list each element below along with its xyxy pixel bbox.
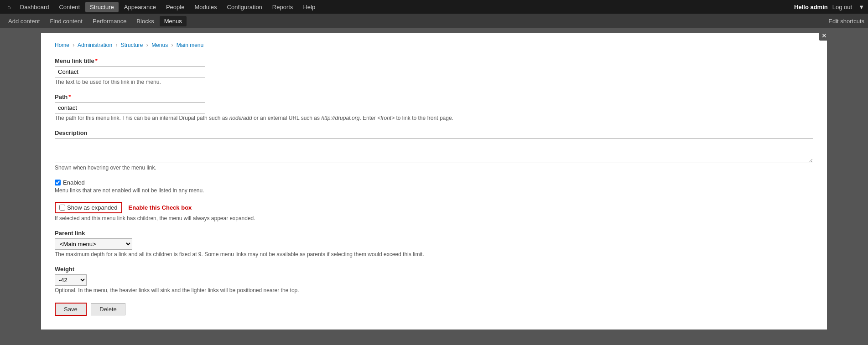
close-button[interactable]: ✕ [819, 31, 829, 41]
parent-link-select[interactable]: <Main menu> [55, 238, 132, 250]
nav-reports[interactable]: Reports [268, 2, 298, 12]
nav-configuration[interactable]: Configuration [223, 2, 267, 12]
weight-hint: Optional. In the menu, the heavier links… [55, 287, 813, 294]
show-expanded-label: Show as expanded [67, 204, 118, 211]
path-label: Path* [55, 93, 813, 100]
weight-group: Weight -42 -41 -40 0 42 Optional. In the… [55, 266, 813, 294]
parent-link-hint: The maximum depth for a link and all its… [55, 251, 813, 257]
weight-select[interactable]: -42 -41 -40 0 42 [55, 274, 87, 286]
enabled-label: Enabled [63, 179, 85, 186]
description-hint: Shown when hovering over the menu link. [55, 165, 813, 171]
description-group: Description Shown when hovering over the… [55, 129, 813, 171]
sec-menus[interactable]: Menus [160, 16, 187, 26]
parent-link-group: Parent link <Main menu> The maximum dept… [55, 230, 813, 257]
main-wrapper: ✕ Home › Administration › Structure › Me… [0, 28, 868, 345]
nav-dashboard[interactable]: Dashboard [16, 2, 54, 12]
enabled-group: Enabled Menu links that are not enabled … [55, 179, 813, 194]
enable-checkbox-label: Enable this Check box [129, 204, 192, 211]
show-expanded-checkbox[interactable] [59, 205, 65, 211]
menu-link-title-group: Menu link title* The text to be used for… [55, 57, 813, 85]
breadcrumb-structure[interactable]: Structure [121, 42, 143, 48]
path-input[interactable] [55, 102, 205, 113]
description-label: Description [55, 129, 813, 136]
path-group: Path* The path for this menu link. This … [55, 93, 813, 121]
description-textarea[interactable] [55, 138, 813, 163]
logout-link[interactable]: Log out [832, 4, 852, 10]
delete-button[interactable]: Delete [91, 303, 125, 315]
home-icon[interactable]: ⌂ [4, 2, 15, 12]
weight-row: -42 -41 -40 0 42 [55, 274, 813, 286]
second-navbar: Add content Find content Performance Blo… [0, 14, 868, 28]
nav-modules[interactable]: Modules [190, 2, 221, 12]
show-expanded-wrapper: Show as expanded Enable this Check box [55, 202, 813, 213]
menu-link-title-input[interactable] [55, 66, 205, 77]
nav-people[interactable]: People [161, 2, 189, 12]
breadcrumb-home[interactable]: Home [55, 42, 69, 48]
enabled-row: Enabled [55, 179, 813, 186]
parent-link-label: Parent link [55, 230, 813, 237]
dropdown-arrow-icon[interactable]: ▼ [858, 4, 864, 10]
nav-appearance[interactable]: Appearance [120, 2, 161, 12]
top-navbar: ⌂ Dashboard Content Structure Appearance… [0, 0, 868, 14]
menu-link-title-hint: The text to be used for this link in the… [55, 79, 813, 85]
nav-content[interactable]: Content [54, 2, 84, 12]
parent-link-select-wrapper: <Main menu> [55, 238, 813, 250]
user-greeting: Hello admin [794, 4, 828, 10]
menu-link-title-label: Menu link title* [55, 57, 813, 64]
enabled-hint: Menu links that are not enabled will not… [55, 187, 813, 194]
content-area: ✕ Home › Administration › Structure › Me… [41, 33, 827, 330]
enabled-checkbox[interactable] [55, 180, 61, 185]
username: admin [810, 4, 827, 10]
show-expanded-box: Show as expanded [55, 202, 122, 213]
nav-structure[interactable]: Structure [85, 2, 119, 12]
form-buttons: Save Delete [55, 303, 813, 316]
nav-help[interactable]: Help [298, 2, 320, 12]
show-expanded-group: Show as expanded Enable this Check box I… [55, 202, 813, 221]
edit-shortcuts-link[interactable]: Edit shortcuts [828, 18, 864, 25]
sec-find-content[interactable]: Find content [45, 16, 87, 26]
sec-blocks[interactable]: Blocks [132, 16, 158, 26]
breadcrumb: Home › Administration › Structure › Menu… [55, 42, 813, 48]
weight-label: Weight [55, 266, 813, 273]
sec-add-content[interactable]: Add content [4, 16, 44, 26]
show-expanded-hint: If selected and this menu link has child… [55, 215, 813, 221]
breadcrumb-administration[interactable]: Administration [78, 42, 112, 48]
save-button[interactable]: Save [55, 303, 87, 316]
path-hint: The path for this menu link. This can be… [55, 115, 813, 121]
breadcrumb-main-menu[interactable]: Main menu [177, 42, 203, 48]
sec-performance[interactable]: Performance [88, 16, 131, 26]
breadcrumb-menus[interactable]: Menus [151, 42, 168, 48]
